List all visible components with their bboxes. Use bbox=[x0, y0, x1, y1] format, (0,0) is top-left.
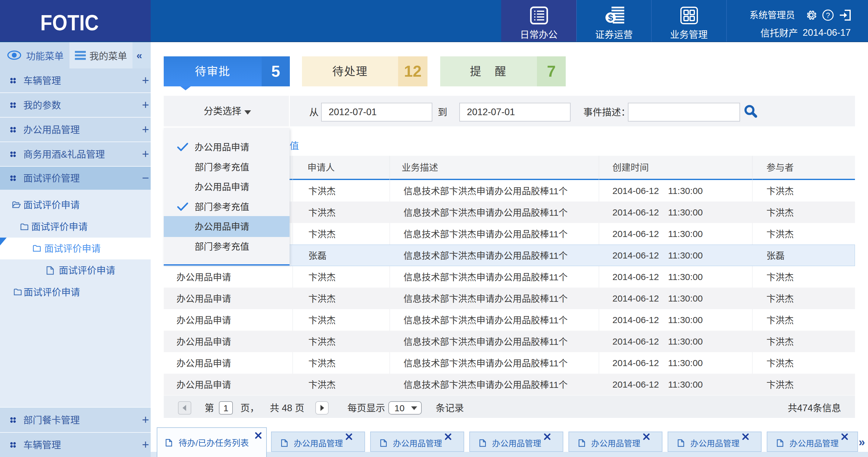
svg-text:$: $ bbox=[608, 12, 613, 23]
svg-text:?: ? bbox=[826, 11, 830, 20]
